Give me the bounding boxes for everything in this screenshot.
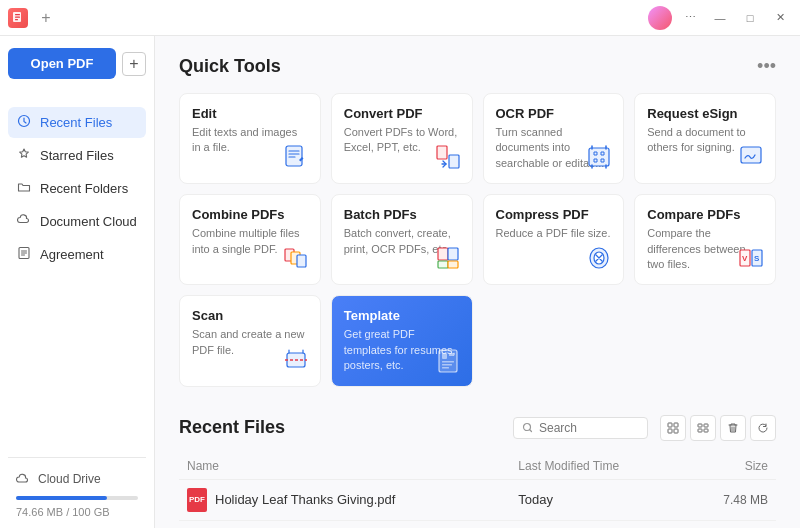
svg-rect-2 [15,16,20,17]
tool-template-title: Template [344,308,460,323]
search-box [513,417,648,439]
star-icon [16,147,32,164]
storage-bar [16,496,138,500]
tool-batch-title: Batch PDFs [344,207,460,222]
svg-rect-37 [698,424,702,427]
tool-batch[interactable]: Batch PDFs Batch convert, create, print,… [331,194,473,285]
file-size: 7.37 MB [675,520,776,528]
svg-rect-36 [674,429,678,433]
refresh-button[interactable] [750,415,776,441]
svg-text:S: S [754,254,760,263]
svg-rect-35 [668,429,672,433]
tool-ocr-title: OCR PDF [496,106,612,121]
close-button[interactable]: ✕ [768,6,792,30]
cloud-drive-item[interactable]: Cloud Drive [8,466,146,492]
tool-compare-title: Compare PDFs [647,207,763,222]
svg-rect-16 [438,261,448,268]
svg-rect-31 [442,367,449,369]
sidebar-nav: Recent Files Starred Files Recent Folder… [8,107,146,272]
sidebar-item-folders[interactable]: Recent Folders [8,173,146,204]
tool-template[interactable]: Template Get great PDF templates for res… [331,295,473,386]
file-name-cell: PDF Soda Drink Thanks Giving.pdf [179,520,510,528]
open-pdf-row: Open PDF + [8,48,146,95]
tool-esign[interactable]: Request eSign Send a document to others … [634,93,776,184]
cloud-drive-icon [16,472,30,486]
svg-rect-34 [674,423,678,427]
sidebar-item-cloud-label: Document Cloud [40,214,137,229]
tool-convert[interactable]: Convert PDF Convert PDFs to Word, Excel,… [331,93,473,184]
sidebar-item-agreement-label: Agreement [40,247,104,262]
cloud-drive-label: Cloud Drive [38,472,101,486]
table-row[interactable]: PDF Soda Drink Thanks Giving.pdf Today 7… [179,520,776,528]
file-size: 7.48 MB [675,479,776,520]
tool-combine-title: Combine PDFs [192,207,308,222]
sidebar-bottom: Cloud Drive 74.66 MB / 100 GB [8,457,146,520]
file-modified: Today [510,479,674,520]
add-tab-button[interactable]: + [36,8,56,28]
sidebar-item-starred[interactable]: Starred Files [8,140,146,171]
storage-fill [16,496,107,500]
open-pdf-button[interactable]: Open PDF [8,48,116,79]
add-button[interactable]: + [122,52,146,76]
sidebar-item-folders-label: Recent Folders [40,181,128,196]
list-view-button[interactable] [690,415,716,441]
name-column-header: Name [179,453,510,480]
compare-icon: V S [737,244,765,276]
tool-scan-title: Scan [192,308,308,323]
tool-compress[interactable]: Compress PDF Reduce a PDF file size. [483,194,625,285]
tool-edit-title: Edit [192,106,308,121]
size-column-header: Size [675,453,776,480]
sidebar-item-agreement[interactable]: Agreement [8,239,146,270]
more-options-button[interactable]: ⋯ [678,6,702,30]
folder-icon [16,180,32,197]
maximize-button[interactable]: □ [738,6,762,30]
app-icon [8,8,28,28]
recent-icon [16,114,32,131]
file-icon: PDF [187,488,207,512]
titlebar-right: ⋯ — □ ✕ [648,6,792,30]
avatar[interactable] [648,6,672,30]
ocr-icon [585,143,613,175]
search-controls [513,415,776,441]
edit-icon [282,143,310,175]
svg-text:V: V [742,254,748,263]
titlebar-left: + [8,8,56,28]
svg-rect-28 [449,353,454,356]
sidebar-item-recent-label: Recent Files [40,115,112,130]
table-header-row: Name Last Modified Time Size [179,453,776,480]
svg-rect-40 [704,429,708,432]
svg-rect-13 [297,255,306,267]
template-icon [434,346,462,378]
tool-compress-desc: Reduce a PDF file size. [496,226,612,241]
sidebar-item-recent[interactable]: Recent Files [8,107,146,138]
scan-icon [282,346,310,378]
minimize-button[interactable]: — [708,6,732,30]
file-name-cell: PDF Holiday Leaf Thanks Giving.pdf [179,479,510,520]
delete-button[interactable] [720,415,746,441]
svg-rect-8 [449,155,459,168]
storage-text: 74.66 MB / 100 GB [8,504,146,520]
svg-rect-1 [15,14,20,15]
svg-rect-7 [437,146,447,159]
svg-rect-29 [442,361,454,363]
main-layout: Open PDF + Recent Files Sta [0,36,800,528]
quick-tools-more-button[interactable]: ••• [757,56,776,77]
tool-compare[interactable]: Compare PDFs Compare the differences bet… [634,194,776,285]
svg-rect-38 [698,429,702,432]
sidebar-item-cloud[interactable]: Document Cloud [8,206,146,237]
table-row[interactable]: PDF Holiday Leaf Thanks Giving.pdf Today… [179,479,776,520]
tool-ocr[interactable]: OCR PDF Turn scanned documents into sear… [483,93,625,184]
search-icon [522,422,534,434]
tool-combine[interactable]: Combine PDFs Combine multiple files into… [179,194,321,285]
quick-tools-header: Quick Tools ••• [179,56,776,77]
svg-rect-6 [286,146,302,166]
svg-rect-3 [15,19,18,20]
tool-scan[interactable]: Scan Scan and create a new PDF file. [179,295,321,386]
search-input[interactable] [539,421,639,435]
svg-rect-10 [741,147,761,163]
svg-rect-17 [448,261,458,268]
tool-edit[interactable]: Edit Edit texts and images in a file. [179,93,321,184]
sidebar-item-starred-label: Starred Files [40,148,114,163]
view-buttons [660,415,776,441]
grid-view-button[interactable] [660,415,686,441]
